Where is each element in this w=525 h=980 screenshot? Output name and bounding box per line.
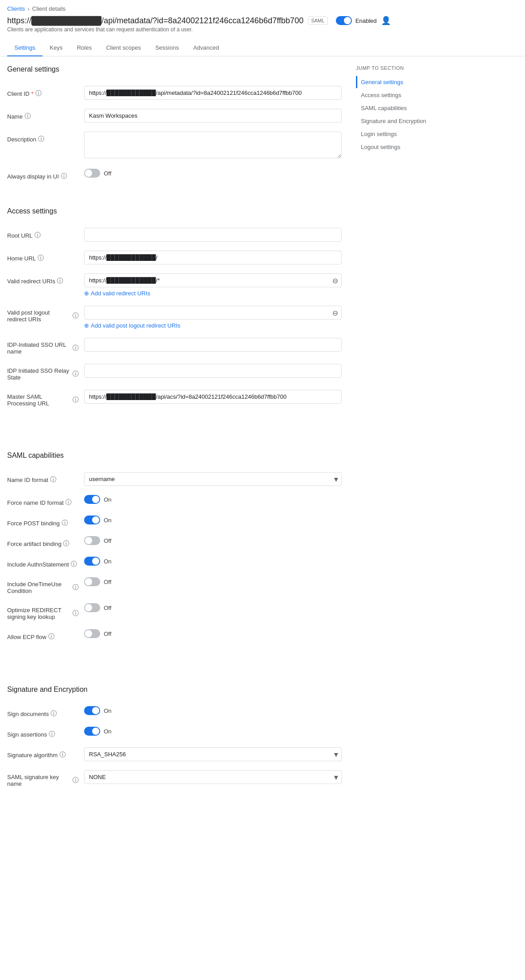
add-post-logout-plus-icon: ⊕: [84, 322, 89, 329]
force-name-id-info-icon[interactable]: ⓘ: [65, 499, 72, 507]
idp-sso-url-input[interactable]: [84, 338, 342, 352]
tab-client-scopes[interactable]: Client scopes: [99, 40, 148, 56]
name-id-format-select[interactable]: username email transient persistent unsp…: [84, 472, 342, 486]
signature-algorithm-info-icon[interactable]: ⓘ: [59, 751, 66, 759]
enabled-toggle[interactable]: [336, 16, 352, 25]
allow-ecp-toggle-row: Off: [84, 629, 342, 638]
name-info-icon[interactable]: ⓘ: [25, 112, 31, 120]
name-id-format-select-wrap: username email transient persistent unsp…: [84, 472, 342, 486]
optimize-redirect-toggle[interactable]: [84, 603, 100, 612]
include-onetimeuse-info-icon[interactable]: ⓘ: [72, 584, 79, 592]
remove-post-logout-icon[interactable]: ⊖: [332, 308, 338, 317]
optimize-redirect-off-label: Off: [104, 605, 111, 611]
idp-relay-state-info-icon[interactable]: ⓘ: [72, 370, 79, 378]
enabled-label: Enabled: [356, 17, 377, 24]
force-artifact-binding-toggle[interactable]: [84, 536, 100, 545]
remove-redirect-uri-icon[interactable]: ⊖: [332, 276, 338, 285]
breadcrumb-parent[interactable]: Clients: [7, 5, 25, 12]
include-authn-toggle[interactable]: [84, 557, 100, 566]
name-id-format-group: Name ID format ⓘ username email transien…: [7, 472, 342, 486]
valid-post-logout-control: ⊖ ⊕ Add valid post logout redirect URIs: [84, 306, 342, 329]
valid-post-logout-input[interactable]: [84, 306, 342, 320]
include-onetimeuse-toggle[interactable]: [84, 577, 100, 586]
client-id-input[interactable]: [84, 86, 342, 100]
force-post-binding-info-icon[interactable]: ⓘ: [62, 519, 68, 527]
access-settings-title: Access settings: [7, 207, 342, 219]
add-redirect-uri-link[interactable]: ⊕ Add valid redirect URIs: [84, 290, 150, 297]
sign-documents-info-icon[interactable]: ⓘ: [51, 710, 57, 718]
force-post-binding-toggle-row: On: [84, 516, 342, 524]
sign-documents-control: On: [84, 706, 342, 715]
description-info-icon[interactable]: ⓘ: [38, 135, 44, 143]
saml-signature-key-info-icon[interactable]: ⓘ: [72, 776, 79, 784]
name-id-format-info-icon[interactable]: ⓘ: [50, 476, 56, 484]
saml-signature-key-select[interactable]: NONE KEY_ID CERT_SUBJECT: [84, 770, 342, 784]
include-onetimeuse-control: Off: [84, 577, 342, 586]
root-url-input[interactable]: [84, 228, 342, 242]
idp-sso-url-info-icon[interactable]: ⓘ: [72, 344, 79, 352]
name-input[interactable]: [84, 109, 342, 123]
sidebar-item-access-settings[interactable]: Access settings: [356, 89, 431, 101]
valid-redirect-info-icon[interactable]: ⓘ: [57, 277, 63, 285]
valid-redirect-uri-input[interactable]: [84, 273, 342, 287]
master-saml-url-info-icon[interactable]: ⓘ: [72, 396, 79, 404]
home-url-info-icon[interactable]: ⓘ: [38, 254, 44, 262]
client-id-info-icon[interactable]: ⓘ: [35, 89, 42, 98]
add-post-logout-link[interactable]: ⊕ Add valid post logout redirect URIs: [84, 322, 180, 329]
valid-post-logout-info-icon[interactable]: ⓘ: [72, 312, 79, 320]
include-authn-info-icon[interactable]: ⓘ: [71, 560, 77, 568]
section-divider-3: [7, 434, 342, 452]
always-display-info-icon[interactable]: ⓘ: [61, 172, 67, 180]
page-subtitle: Clients are applications and services th…: [7, 26, 518, 33]
valid-redirect-uris-control: ⊖ ⊕ Add valid redirect URIs: [84, 273, 342, 297]
sidebar-item-general-settings[interactable]: General settings: [356, 76, 431, 88]
client-id-label: Client ID * ⓘ: [7, 86, 79, 98]
sidebar-item-signature-encryption[interactable]: Signature and Encryption: [356, 115, 431, 127]
sign-assertions-toggle[interactable]: [84, 727, 100, 736]
tab-sessions[interactable]: Sessions: [148, 40, 186, 56]
force-artifact-binding-toggle-row: Off: [84, 536, 342, 545]
sidebar-item-saml-capabilities[interactable]: SAML capabilities: [356, 102, 431, 114]
force-post-binding-toggle[interactable]: [84, 516, 100, 524]
client-id-control: [84, 86, 342, 100]
sign-assertions-label: Sign assertions ⓘ: [7, 727, 79, 738]
allow-ecp-off-label: Off: [104, 631, 111, 637]
tab-advanced[interactable]: Advanced: [186, 40, 226, 56]
include-authn-control: On: [84, 557, 342, 566]
name-label: Name ⓘ: [7, 109, 79, 120]
force-name-id-toggle[interactable]: [84, 495, 100, 504]
signature-algorithm-select[interactable]: RSA_SHA256 RSA_SHA1 RSA_SHA512 DSA_SHA1: [84, 747, 342, 761]
force-artifact-binding-info-icon[interactable]: ⓘ: [63, 540, 69, 548]
sign-assertions-toggle-row: On: [84, 727, 342, 736]
home-url-label: Home URL ⓘ: [7, 251, 79, 262]
sidebar-item-logout-settings[interactable]: Logout settings: [356, 141, 431, 153]
home-url-input[interactable]: [84, 251, 342, 264]
root-url-label: Root URL ⓘ: [7, 228, 79, 239]
optimize-redirect-info-icon[interactable]: ⓘ: [72, 609, 79, 618]
valid-redirect-input-wrap: ⊖: [84, 273, 342, 287]
sign-assertions-info-icon[interactable]: ⓘ: [49, 730, 55, 738]
sidebar-item-login-settings[interactable]: Login settings: [356, 128, 431, 140]
saml-capabilities-section: SAML capabilities Name ID format ⓘ usern…: [7, 452, 342, 641]
tab-roles[interactable]: Roles: [70, 40, 99, 56]
include-authn-group: Include AuthnStatement ⓘ On: [7, 557, 342, 568]
root-url-info-icon[interactable]: ⓘ: [34, 231, 41, 239]
sign-documents-toggle[interactable]: [84, 706, 100, 715]
description-textarea[interactable]: [84, 132, 342, 158]
always-display-toggle[interactable]: [84, 169, 100, 178]
required-marker: *: [31, 90, 34, 97]
home-url-group: Home URL ⓘ: [7, 251, 342, 264]
client-id-group: Client ID * ⓘ: [7, 86, 342, 100]
account-icon[interactable]: 👤: [381, 16, 391, 26]
master-saml-url-control: [84, 390, 342, 404]
breadcrumb-separator: ›: [28, 5, 30, 12]
allow-ecp-info-icon[interactable]: ⓘ: [48, 633, 55, 641]
tab-keys[interactable]: Keys: [42, 40, 70, 56]
description-control: [84, 132, 342, 160]
idp-relay-state-input[interactable]: [84, 364, 342, 378]
name-group: Name ⓘ: [7, 109, 342, 123]
allow-ecp-toggle[interactable]: [84, 629, 100, 638]
tab-settings[interactable]: Settings: [7, 40, 42, 56]
valid-post-logout-group: Valid post logout redirect URIs ⓘ ⊖ ⊕ Ad…: [7, 306, 342, 329]
master-saml-url-input[interactable]: [84, 390, 342, 404]
